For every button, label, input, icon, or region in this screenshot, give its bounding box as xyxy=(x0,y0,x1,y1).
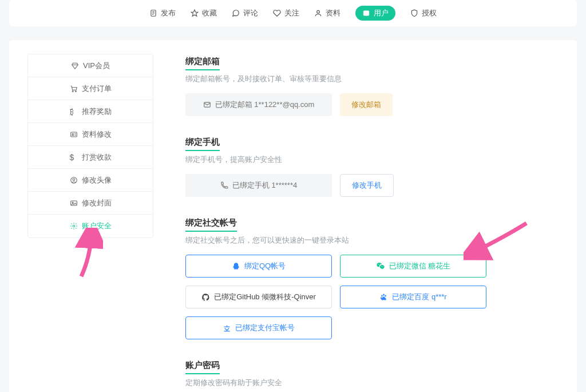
nav-label: 资料 xyxy=(326,8,340,18)
bound-email-text: 已绑定邮箱 1**122**@qq.com xyxy=(215,100,315,110)
svg-point-12 xyxy=(72,201,73,203)
nav-user[interactable]: 用户 xyxy=(355,6,395,21)
nav-profile[interactable]: 资料 xyxy=(314,8,340,18)
comment-icon xyxy=(232,9,240,17)
user-icon xyxy=(314,9,322,17)
bound-phone-box: 已绑定手机 1******4 xyxy=(185,174,332,197)
nav-favorite[interactable]: 收藏 xyxy=(191,8,217,18)
svg-point-5 xyxy=(72,90,73,92)
bind-baidu-button[interactable]: 已绑定百度 q***r xyxy=(340,286,486,308)
shield-icon xyxy=(410,9,418,17)
star-icon xyxy=(191,9,199,17)
top-nav: 发布 收藏 评论 关注 资料 用户 授权 xyxy=(9,0,577,26)
nav-auth[interactable]: 授权 xyxy=(410,8,437,18)
section-title: 绑定邮箱 xyxy=(185,56,220,70)
social-label: 已绑定百度 q***r xyxy=(392,292,446,302)
nav-label: 发布 xyxy=(161,8,176,18)
change-phone-button[interactable]: 修改手机 xyxy=(340,174,394,197)
svg-point-13 xyxy=(73,225,75,227)
diamond-icon xyxy=(71,62,79,70)
document-icon xyxy=(149,9,157,17)
annotation-arrow-sidebar xyxy=(74,228,103,279)
nav-label: 用户 xyxy=(374,8,389,18)
image-icon xyxy=(70,199,78,207)
nav-label: 授权 xyxy=(422,8,437,18)
sidebar-item-label: 修改封面 xyxy=(82,198,112,208)
bind-qq-button[interactable]: 绑定QQ帐号 xyxy=(185,255,332,278)
sidebar-item-label: VIP会员 xyxy=(83,61,110,71)
nav-publish[interactable]: 发布 xyxy=(149,8,176,18)
sidebar: VIP会员 支付订单 ₿ 推荐奖励 资料修改 $ 打赏收款 修改头像 xyxy=(27,54,153,238)
social-label: 已绑定微信 糖花生 xyxy=(389,261,451,271)
bind-github-button[interactable]: 已绑定GitHub 倾微科技-Qinver xyxy=(185,286,332,308)
github-icon xyxy=(201,293,210,302)
svg-marker-1 xyxy=(191,10,198,16)
sidebar-item-reward[interactable]: ₿ 推荐奖励 xyxy=(28,100,153,123)
section-password: 账户密码 定期修改密码有助于账户安全 修改账户密码 xyxy=(185,360,559,392)
sidebar-item-orders[interactable]: 支付订单 xyxy=(28,77,153,100)
social-label: 已绑定支付宝帐号 xyxy=(235,323,295,333)
phone-icon xyxy=(220,181,228,189)
alipay-icon xyxy=(223,324,231,332)
annotation-arrow-wechat xyxy=(464,217,532,263)
idcard-icon xyxy=(70,130,78,138)
envelope-icon xyxy=(203,101,211,109)
section-email: 绑定邮箱 绑定邮箱帐号，及时接收订单、审核等重要信息 已绑定邮箱 1**122*… xyxy=(185,56,559,116)
bound-email-box: 已绑定邮箱 1**122**@qq.com xyxy=(185,93,332,116)
qq-icon xyxy=(232,262,240,271)
svg-point-6 xyxy=(75,90,76,92)
section-title: 绑定手机 xyxy=(185,137,220,151)
sidebar-item-label: 资料修改 xyxy=(82,129,112,140)
social-label: 绑定QQ帐号 xyxy=(244,261,286,271)
bind-alipay-button[interactable]: 已绑定支付宝帐号 xyxy=(185,316,332,339)
badge-icon xyxy=(362,9,370,17)
svg-point-8 xyxy=(72,133,73,134)
sidebar-item-avatar[interactable]: 修改头像 xyxy=(28,169,153,192)
sidebar-item-label: 打赏收款 xyxy=(82,152,112,163)
nav-label: 收藏 xyxy=(202,8,217,18)
svg-point-4 xyxy=(365,13,366,14)
dollar-icon: $ xyxy=(70,153,78,161)
cart-icon xyxy=(70,85,78,93)
nav-label: 评论 xyxy=(243,8,258,18)
baidu-icon xyxy=(379,293,388,302)
social-label: 已绑定GitHub 倾微科技-Qinver xyxy=(214,292,316,302)
section-desc: 绑定邮箱帐号，及时接收订单、审核等重要信息 xyxy=(185,74,559,84)
sidebar-item-vip[interactable]: VIP会员 xyxy=(28,54,153,77)
bitcoin-icon: ₿ xyxy=(70,108,78,116)
wechat-icon xyxy=(376,262,385,271)
section-title: 绑定社交帐号 xyxy=(185,217,237,232)
svg-point-17 xyxy=(385,295,387,296)
sidebar-item-edit-profile[interactable]: 资料修改 xyxy=(28,123,153,146)
svg-point-2 xyxy=(317,10,320,13)
sidebar-item-tip[interactable]: $ 打赏收款 xyxy=(28,146,153,169)
main-card: VIP会员 支付订单 ₿ 推荐奖励 资料修改 $ 打赏收款 修改头像 xyxy=(9,40,577,392)
sidebar-item-cover[interactable]: 修改封面 xyxy=(28,192,153,215)
svg-point-15 xyxy=(381,295,383,296)
svg-rect-7 xyxy=(70,132,77,136)
section-phone: 绑定手机 绑定手机号，提高账户安全性 已绑定手机 1******4 修改手机 xyxy=(185,137,559,197)
section-desc: 绑定手机号，提高账户安全性 xyxy=(185,155,559,165)
change-email-button[interactable]: 修改邮箱 xyxy=(340,93,393,116)
sidebar-item-label: 修改头像 xyxy=(82,175,112,185)
user-circle-icon xyxy=(70,176,78,184)
svg-point-10 xyxy=(73,179,75,181)
section-title: 账户密码 xyxy=(185,360,220,374)
nav-comment[interactable]: 评论 xyxy=(232,8,258,18)
bound-phone-text: 已绑定手机 1******4 xyxy=(232,180,297,191)
section-desc: 定期修改密码有助于账户安全 xyxy=(185,378,559,388)
nav-label: 关注 xyxy=(284,8,299,18)
svg-point-16 xyxy=(383,294,385,295)
nav-follow[interactable]: 关注 xyxy=(273,8,299,18)
heart-icon xyxy=(273,9,281,17)
sidebar-item-label: 支付订单 xyxy=(82,84,112,94)
sidebar-item-label: 推荐奖励 xyxy=(82,106,112,117)
